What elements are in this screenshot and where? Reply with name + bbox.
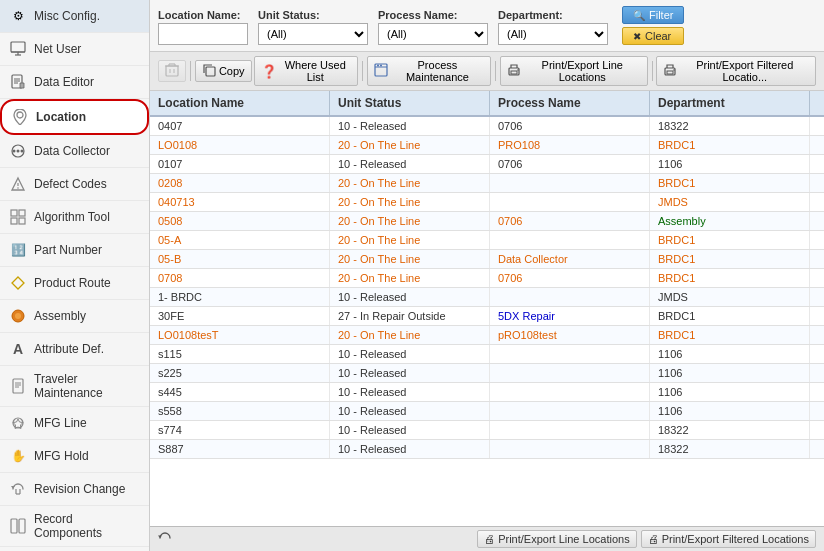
delete-button[interactable] bbox=[158, 60, 186, 82]
table-row[interactable]: s55810 - Released1106 bbox=[150, 402, 824, 421]
table-row[interactable]: 05-B20 - On The LineData CollectorBRDC1 bbox=[150, 250, 824, 269]
table-cell: LO0108tesT bbox=[150, 326, 330, 344]
print-export-line-button[interactable]: Print/Export Line Locations bbox=[500, 56, 648, 86]
record-components-icon bbox=[8, 516, 28, 536]
sidebar-item-attribute-def[interactable]: A Attribute Def. bbox=[0, 333, 149, 366]
sidebar-item-data-collector[interactable]: Data Collector bbox=[0, 135, 149, 168]
sidebar-item-assembly[interactable]: Assembly bbox=[0, 300, 149, 333]
sidebar-item-label: MFG Hold bbox=[34, 449, 89, 463]
attribute-def-icon: A bbox=[8, 339, 28, 359]
table-cell bbox=[490, 440, 650, 458]
sidebar-item-sampling-plan[interactable]: Sampling Plan bbox=[0, 547, 149, 551]
sidebar-item-label: Product Route bbox=[34, 276, 111, 290]
sidebar-item-part-number[interactable]: 🔢 Part Number bbox=[0, 234, 149, 267]
col-header-extra bbox=[810, 91, 824, 115]
table-cell: BRDC1 bbox=[650, 307, 810, 325]
table-row[interactable]: S88710 - Released18322 bbox=[150, 440, 824, 459]
table-row[interactable]: 05-A20 - On The LineBRDC1 bbox=[150, 231, 824, 250]
sidebar-item-label: Algorithm Tool bbox=[34, 210, 110, 224]
table-cell: 10 - Released bbox=[330, 364, 490, 382]
mfg-hold-icon: ✋ bbox=[8, 446, 28, 466]
sidebar-item-traveler-maintenance[interactable]: Traveler Maintenance bbox=[0, 366, 149, 407]
table-cell bbox=[490, 402, 650, 420]
print-export-filtered-button[interactable]: Print/Export Filtered Locatio... bbox=[656, 56, 816, 86]
col-header-process-name: Process Name bbox=[490, 91, 650, 115]
toolbar-separator-1 bbox=[190, 61, 191, 81]
table-row[interactable]: 010710 - Released07061106 bbox=[150, 155, 824, 174]
copy-button[interactable]: Copy bbox=[195, 60, 252, 82]
sidebar-item-mfg-line[interactable]: MFG Line bbox=[0, 407, 149, 440]
status-printer-filtered-icon: 🖨 bbox=[648, 533, 659, 545]
sidebar-item-record-components[interactable]: Record Components bbox=[0, 506, 149, 547]
sidebar-item-net-user[interactable]: Net User bbox=[0, 33, 149, 66]
svg-point-48 bbox=[377, 65, 379, 67]
table-row[interactable]: 30FE27 - In Repair Outside5DX RepairBRDC… bbox=[150, 307, 824, 326]
unit-status-label: Unit Status: bbox=[258, 9, 368, 21]
refresh-icon[interactable] bbox=[158, 531, 172, 548]
table-row[interactable]: 04071320 - On The LineJMDS bbox=[150, 193, 824, 212]
svg-rect-22 bbox=[13, 379, 23, 393]
table-row[interactable]: s44510 - Released1106 bbox=[150, 383, 824, 402]
department-select[interactable]: (All) 18322 BRDC1 1106 JMDS Assembly bbox=[498, 23, 608, 45]
table-row[interactable]: 040710 - Released070618322 bbox=[150, 117, 824, 136]
sidebar-item-algorithm-tool[interactable]: Algorithm Tool bbox=[0, 201, 149, 234]
table-row[interactable]: 070820 - On The Line0706BRDC1 bbox=[150, 269, 824, 288]
revision-change-icon bbox=[8, 479, 28, 499]
process-name-select[interactable]: (All) 0706 PRO108 Data Collector 5DX Rep… bbox=[378, 23, 488, 45]
sidebar-item-revision-change[interactable]: Revision Change bbox=[0, 473, 149, 506]
status-print-line-button[interactable]: 🖨 Print/Export Line Locations bbox=[477, 530, 636, 548]
sidebar-item-label: Attribute Def. bbox=[34, 342, 104, 356]
table-cell: 18322 bbox=[650, 440, 810, 458]
table-row[interactable]: 1- BRDC10 - ReleasedJMDS bbox=[150, 288, 824, 307]
mfg-line-icon bbox=[8, 413, 28, 433]
table-row[interactable]: LO0108tesT20 - On The LinepRO108testBRDC… bbox=[150, 326, 824, 345]
misc-config-icon: ⚙ bbox=[8, 6, 28, 26]
sidebar-item-location[interactable]: Location bbox=[0, 99, 149, 135]
sidebar-item-data-editor[interactable]: Data Editor bbox=[0, 66, 149, 99]
table-cell: s445 bbox=[150, 383, 330, 401]
sidebar-item-misc-config[interactable]: ⚙ Misc Config. bbox=[0, 0, 149, 33]
sidebar-item-defect-codes[interactable]: Defect Codes bbox=[0, 168, 149, 201]
part-number-icon: 🔢 bbox=[8, 240, 28, 260]
unit-status-select[interactable]: (All) 10 - Released 20 - On The Line 27 … bbox=[258, 23, 368, 45]
clear-button-label: Clear bbox=[645, 30, 671, 42]
table-row[interactable]: s11510 - Released1106 bbox=[150, 345, 824, 364]
where-used-list-button[interactable]: ❓ Where Used List bbox=[254, 56, 358, 86]
unit-status-filter: Unit Status: (All) 10 - Released 20 - On… bbox=[258, 9, 368, 45]
table-cell bbox=[490, 421, 650, 439]
table-row[interactable]: LO010820 - On The LinePRO108BRDC1 bbox=[150, 136, 824, 155]
svg-rect-38 bbox=[166, 66, 178, 76]
table-row[interactable]: s77410 - Released18322 bbox=[150, 421, 824, 440]
net-user-icon bbox=[8, 39, 28, 59]
table-cell: BRDC1 bbox=[650, 269, 810, 287]
sidebar-item-label: Data Collector bbox=[34, 144, 110, 158]
svg-rect-0 bbox=[11, 42, 25, 52]
where-used-label: Where Used List bbox=[280, 59, 351, 83]
table-row[interactable]: 050820 - On The Line0706Assembly bbox=[150, 212, 824, 231]
table-cell: 10 - Released bbox=[330, 155, 490, 173]
table-row[interactable]: 020820 - On The LineBRDC1 bbox=[150, 174, 824, 193]
sidebar-item-mfg-hold[interactable]: ✋ MFG Hold bbox=[0, 440, 149, 473]
svg-point-11 bbox=[13, 150, 16, 153]
status-print-filtered-button[interactable]: 🖨 Print/Export Filtered Locations bbox=[641, 530, 816, 548]
table-cell: 18322 bbox=[650, 117, 810, 135]
sidebar-item-label: Data Editor bbox=[34, 75, 94, 89]
clear-button[interactable]: ✖ Clear bbox=[622, 27, 684, 45]
table-cell: 20 - On The Line bbox=[330, 174, 490, 192]
table-row[interactable]: s22510 - Released1106 bbox=[150, 364, 824, 383]
table-cell: 10 - Released bbox=[330, 117, 490, 135]
svg-point-9 bbox=[17, 112, 23, 118]
svg-marker-56 bbox=[158, 535, 162, 538]
sidebar-item-product-route[interactable]: Product Route bbox=[0, 267, 149, 300]
table-cell bbox=[490, 174, 650, 192]
table-cell bbox=[810, 307, 824, 325]
table-cell: 0708 bbox=[150, 269, 330, 287]
location-name-input[interactable] bbox=[158, 23, 248, 45]
table-cell: 0706 bbox=[490, 269, 650, 287]
filter-button[interactable]: 🔍 Filter bbox=[622, 6, 684, 24]
toolbar-separator-4 bbox=[652, 61, 653, 81]
table-cell: 20 - On The Line bbox=[330, 326, 490, 344]
table-cell: 1106 bbox=[650, 364, 810, 382]
svg-rect-31 bbox=[11, 519, 17, 533]
process-maintenance-button[interactable]: Process Maintenance bbox=[367, 56, 491, 86]
